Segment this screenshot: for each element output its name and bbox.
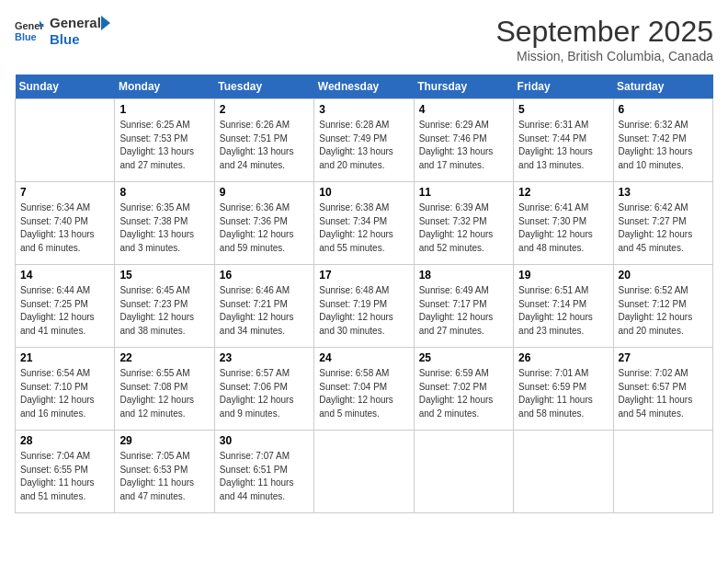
calendar-cell: 30Sunrise: 7:07 AM Sunset: 6:51 PM Dayli… (214, 431, 313, 513)
day-number: 5 (518, 103, 608, 116)
calendar-cell: 24Sunrise: 6:58 AM Sunset: 7:04 PM Dayli… (314, 348, 414, 431)
day-number: 2 (220, 103, 309, 116)
day-number: 24 (319, 351, 408, 364)
calendar-cell (514, 431, 613, 513)
calendar-cell: 1Sunrise: 6:25 AM Sunset: 7:53 PM Daylig… (115, 99, 214, 182)
calendar-week-1: 1Sunrise: 6:25 AM Sunset: 7:53 PM Daylig… (16, 99, 713, 182)
calendar-cell: 26Sunrise: 7:01 AM Sunset: 6:59 PM Dayli… (514, 348, 613, 431)
day-info: Sunrise: 6:42 AM Sunset: 7:27 PM Dayligh… (619, 201, 708, 255)
day-number: 4 (419, 103, 508, 116)
calendar-cell: 18Sunrise: 6:49 AM Sunset: 7:17 PM Dayli… (414, 265, 513, 348)
day-info: Sunrise: 6:29 AM Sunset: 7:46 PM Dayligh… (419, 119, 508, 172)
calendar-table: SundayMondayTuesdayWednesdayThursdayFrid… (15, 75, 713, 513)
weekday-header-monday: Monday (115, 75, 214, 99)
day-number: 16 (220, 269, 309, 282)
day-number: 21 (20, 351, 109, 364)
day-number: 20 (619, 269, 708, 282)
calendar-cell: 17Sunrise: 6:48 AM Sunset: 7:19 PM Dayli… (314, 265, 414, 348)
calendar-cell: 3Sunrise: 6:28 AM Sunset: 7:49 PM Daylig… (314, 99, 414, 182)
calendar-cell: 21Sunrise: 6:54 AM Sunset: 7:10 PM Dayli… (16, 348, 115, 431)
location: Mission, British Columbia, Canada (495, 49, 713, 63)
day-number: 30 (220, 434, 309, 447)
day-info: Sunrise: 6:58 AM Sunset: 7:04 PM Dayligh… (319, 367, 408, 420)
day-number: 8 (119, 186, 209, 199)
day-info: Sunrise: 6:57 AM Sunset: 7:06 PM Dayligh… (220, 367, 309, 420)
calendar-cell: 11Sunrise: 6:39 AM Sunset: 7:32 PM Dayli… (414, 182, 513, 265)
logo-line2: Blue (50, 31, 101, 48)
title-block: September 2025 Mission, British Columbia… (495, 15, 713, 63)
day-number: 1 (119, 103, 209, 116)
svg-text:Blue: Blue (15, 31, 37, 42)
page-header: General Blue General Blue September 2025… (15, 15, 713, 63)
day-number: 29 (119, 434, 209, 447)
day-number: 11 (419, 186, 508, 199)
calendar-cell: 20Sunrise: 6:52 AM Sunset: 7:12 PM Dayli… (613, 265, 712, 348)
day-number: 17 (319, 269, 408, 282)
calendar-cell: 29Sunrise: 7:05 AM Sunset: 6:53 PM Dayli… (115, 431, 214, 513)
calendar-cell: 12Sunrise: 6:41 AM Sunset: 7:30 PM Dayli… (514, 182, 613, 265)
day-number: 23 (220, 351, 309, 364)
day-info: Sunrise: 7:01 AM Sunset: 6:59 PM Dayligh… (518, 367, 608, 420)
calendar-cell: 7Sunrise: 6:34 AM Sunset: 7:40 PM Daylig… (16, 182, 115, 265)
day-info: Sunrise: 6:26 AM Sunset: 7:51 PM Dayligh… (220, 119, 309, 172)
day-info: Sunrise: 6:38 AM Sunset: 7:34 PM Dayligh… (319, 201, 408, 255)
day-info: Sunrise: 6:31 AM Sunset: 7:44 PM Dayligh… (518, 119, 608, 172)
weekday-header-wednesday: Wednesday (314, 75, 414, 99)
day-number: 6 (619, 103, 708, 116)
weekday-header-sunday: Sunday (16, 75, 115, 99)
day-info: Sunrise: 6:51 AM Sunset: 7:14 PM Dayligh… (518, 284, 608, 338)
calendar-cell: 27Sunrise: 7:02 AM Sunset: 6:57 PM Dayli… (613, 348, 712, 431)
calendar-cell: 16Sunrise: 6:46 AM Sunset: 7:21 PM Dayli… (214, 265, 313, 348)
day-number: 7 (20, 186, 109, 199)
logo: General Blue General Blue (15, 15, 112, 48)
calendar-cell: 8Sunrise: 6:35 AM Sunset: 7:38 PM Daylig… (115, 182, 214, 265)
day-number: 25 (419, 351, 508, 364)
calendar-cell: 9Sunrise: 6:36 AM Sunset: 7:36 PM Daylig… (214, 182, 313, 265)
weekday-header-saturday: Saturday (613, 75, 712, 99)
day-number: 9 (220, 186, 309, 199)
logo-arrow-icon (94, 14, 112, 32)
day-info: Sunrise: 6:41 AM Sunset: 7:30 PM Dayligh… (518, 201, 608, 255)
calendar-cell: 5Sunrise: 6:31 AM Sunset: 7:44 PM Daylig… (514, 99, 613, 182)
calendar-cell: 10Sunrise: 6:38 AM Sunset: 7:34 PM Dayli… (314, 182, 414, 265)
calendar-cell: 14Sunrise: 6:44 AM Sunset: 7:25 PM Dayli… (16, 265, 115, 348)
calendar-week-3: 14Sunrise: 6:44 AM Sunset: 7:25 PM Dayli… (16, 265, 713, 348)
day-number: 19 (518, 269, 608, 282)
day-number: 27 (619, 351, 708, 364)
calendar-cell (16, 99, 115, 182)
day-info: Sunrise: 6:59 AM Sunset: 7:02 PM Dayligh… (419, 367, 508, 420)
day-number: 13 (619, 186, 708, 199)
calendar-week-2: 7Sunrise: 6:34 AM Sunset: 7:40 PM Daylig… (16, 182, 713, 265)
svg-marker-3 (101, 16, 110, 30)
calendar-week-5: 28Sunrise: 7:04 AM Sunset: 6:55 PM Dayli… (16, 431, 713, 513)
day-info: Sunrise: 6:39 AM Sunset: 7:32 PM Dayligh… (419, 201, 508, 255)
calendar-cell (314, 431, 414, 513)
calendar-cell: 13Sunrise: 6:42 AM Sunset: 7:27 PM Dayli… (613, 182, 712, 265)
day-info: Sunrise: 6:52 AM Sunset: 7:12 PM Dayligh… (619, 284, 708, 338)
day-number: 12 (518, 186, 608, 199)
day-info: Sunrise: 6:55 AM Sunset: 7:08 PM Dayligh… (119, 367, 209, 420)
calendar-cell: 22Sunrise: 6:55 AM Sunset: 7:08 PM Dayli… (115, 348, 214, 431)
day-info: Sunrise: 7:04 AM Sunset: 6:55 PM Dayligh… (20, 450, 109, 503)
day-info: Sunrise: 6:48 AM Sunset: 7:19 PM Dayligh… (319, 284, 408, 338)
calendar-cell: 6Sunrise: 6:32 AM Sunset: 7:42 PM Daylig… (613, 99, 712, 182)
weekday-header-friday: Friday (514, 75, 613, 99)
day-info: Sunrise: 6:54 AM Sunset: 7:10 PM Dayligh… (20, 367, 109, 420)
day-info: Sunrise: 6:34 AM Sunset: 7:40 PM Dayligh… (20, 201, 109, 255)
day-info: Sunrise: 6:36 AM Sunset: 7:36 PM Dayligh… (220, 201, 309, 255)
calendar-cell: 23Sunrise: 6:57 AM Sunset: 7:06 PM Dayli… (214, 348, 313, 431)
day-number: 28 (20, 434, 109, 447)
logo-icon: General Blue (15, 18, 44, 44)
calendar-cell: 4Sunrise: 6:29 AM Sunset: 7:46 PM Daylig… (414, 99, 513, 182)
day-info: Sunrise: 6:44 AM Sunset: 7:25 PM Dayligh… (20, 284, 109, 338)
day-number: 14 (20, 269, 109, 282)
weekday-header-tuesday: Tuesday (214, 75, 313, 99)
day-info: Sunrise: 6:46 AM Sunset: 7:21 PM Dayligh… (220, 284, 309, 338)
month-title: September 2025 (495, 15, 713, 49)
calendar-cell: 19Sunrise: 6:51 AM Sunset: 7:14 PM Dayli… (514, 265, 613, 348)
day-info: Sunrise: 7:02 AM Sunset: 6:57 PM Dayligh… (619, 367, 708, 420)
calendar-cell (414, 431, 513, 513)
day-info: Sunrise: 7:07 AM Sunset: 6:51 PM Dayligh… (220, 450, 309, 503)
weekday-header-thursday: Thursday (414, 75, 513, 99)
day-info: Sunrise: 7:05 AM Sunset: 6:53 PM Dayligh… (119, 450, 209, 503)
